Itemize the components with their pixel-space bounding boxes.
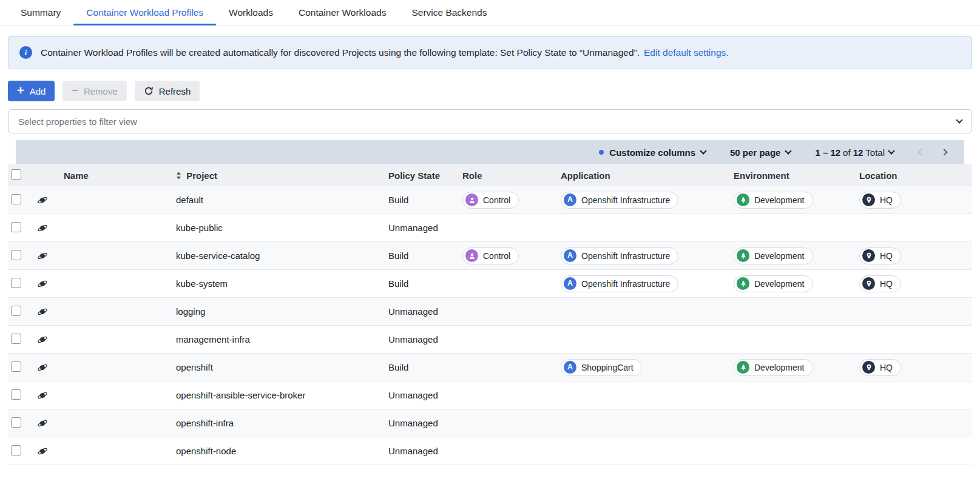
container-profile-icon bbox=[37, 334, 64, 345]
column-header-role[interactable]: Role bbox=[462, 170, 561, 181]
table-row[interactable]: kube-service-catalog Build Control A Ope… bbox=[8, 242, 972, 270]
cell-project: default bbox=[176, 195, 388, 205]
container-profile-icon bbox=[37, 418, 64, 429]
cell-policy-state: Unmanaged bbox=[388, 306, 462, 317]
tab-bar: Summary Container Workload Profiles Work… bbox=[0, 0, 980, 25]
cell-location: HQ bbox=[859, 192, 972, 209]
prev-page-button[interactable] bbox=[914, 146, 928, 159]
chevron-left-icon bbox=[917, 149, 924, 155]
select-all-checkbox[interactable] bbox=[11, 169, 21, 180]
column-header-policy-state[interactable]: Policy State bbox=[388, 170, 462, 181]
cell-policy-state: Unmanaged bbox=[388, 446, 462, 456]
table-body: default Build Control A Openshift Infras… bbox=[8, 186, 972, 465]
table-row[interactable]: kube-public Unmanaged bbox=[8, 214, 972, 242]
tab-summary[interactable]: Summary bbox=[8, 0, 73, 25]
refresh-icon bbox=[144, 86, 154, 96]
cell-policy-state: Build bbox=[388, 250, 462, 261]
remove-button[interactable]: − Remove bbox=[63, 81, 126, 101]
add-button[interactable]: + Add bbox=[8, 81, 55, 101]
table-row[interactable]: kube-system Build A Openshift Infrastruc… bbox=[8, 270, 972, 298]
column-header-location[interactable]: Location bbox=[859, 170, 972, 181]
tab-container-workload-profiles[interactable]: Container Workload Profiles bbox=[73, 0, 216, 25]
per-page-select[interactable]: 50 per page bbox=[730, 147, 791, 158]
minus-icon: − bbox=[72, 85, 78, 96]
table-row[interactable]: openshift-node Unmanaged bbox=[8, 437, 972, 465]
table-row[interactable]: openshift-infra Unmanaged bbox=[8, 409, 972, 437]
pagination-info[interactable]: 1 – 12 of 12 Total bbox=[815, 147, 896, 158]
cell-policy-state: Unmanaged bbox=[388, 334, 462, 345]
chevron-down-icon bbox=[700, 147, 706, 154]
next-page-button[interactable] bbox=[938, 146, 951, 159]
edit-default-settings-link[interactable]: Edit default settings. bbox=[644, 47, 729, 58]
cell-project: kube-public bbox=[176, 223, 388, 233]
row-checkbox[interactable] bbox=[11, 278, 21, 288]
location-badge[interactable]: HQ bbox=[859, 192, 901, 209]
container-profile-icon bbox=[37, 390, 64, 401]
cell-project: openshift-ansible-service-broker bbox=[176, 390, 388, 400]
tree-icon bbox=[737, 193, 749, 206]
filter-bar[interactable] bbox=[8, 109, 972, 133]
location-pin-icon bbox=[862, 193, 875, 206]
row-checkbox[interactable] bbox=[11, 445, 21, 455]
cell-project: management-infra bbox=[176, 334, 388, 345]
tab-workloads[interactable]: Workloads bbox=[216, 0, 286, 25]
application-badge[interactable]: A Openshift Infrastructure bbox=[561, 275, 678, 292]
role-badge[interactable]: Control bbox=[462, 192, 519, 209]
table-row[interactable]: management-infra Unmanaged bbox=[8, 326, 972, 354]
location-badge[interactable]: HQ bbox=[859, 275, 901, 292]
row-checkbox[interactable] bbox=[11, 389, 21, 400]
environment-badge[interactable]: Development bbox=[734, 359, 813, 376]
row-checkbox[interactable] bbox=[11, 417, 21, 428]
info-icon: i bbox=[19, 46, 32, 59]
location-pin-icon bbox=[862, 277, 875, 290]
chevron-down-icon[interactable] bbox=[956, 116, 962, 123]
tab-container-workloads[interactable]: Container Workloads bbox=[286, 0, 399, 25]
add-button-label: Add bbox=[30, 86, 46, 96]
tab-service-backends[interactable]: Service Backends bbox=[399, 0, 499, 25]
application-badge[interactable]: A Openshift Infrastructure bbox=[561, 192, 678, 209]
application-a-icon: A bbox=[564, 193, 576, 206]
remove-button-label: Remove bbox=[84, 86, 118, 96]
cell-policy-state: Build bbox=[388, 362, 462, 372]
location-pin-icon bbox=[862, 361, 875, 374]
row-checkbox[interactable] bbox=[11, 361, 21, 372]
refresh-button[interactable]: Refresh bbox=[135, 81, 200, 101]
row-checkbox[interactable] bbox=[11, 306, 21, 316]
environment-badge[interactable]: Development bbox=[734, 247, 813, 264]
row-checkbox[interactable] bbox=[11, 250, 21, 260]
refresh-button-label: Refresh bbox=[159, 86, 191, 96]
chevron-right-icon bbox=[941, 149, 947, 155]
location-badge[interactable]: HQ bbox=[859, 247, 901, 264]
container-profile-icon bbox=[37, 223, 64, 234]
customize-columns-button[interactable]: Customize columns bbox=[599, 147, 706, 158]
column-header-application[interactable]: Application bbox=[561, 170, 734, 181]
column-header-environment[interactable]: Environment bbox=[734, 170, 859, 181]
column-header-project[interactable]: Project bbox=[176, 170, 388, 181]
table-row[interactable]: openshift-ansible-service-broker Unmanag… bbox=[8, 381, 972, 409]
environment-badge[interactable]: Development bbox=[734, 192, 813, 209]
location-badge[interactable]: HQ bbox=[859, 359, 901, 376]
column-header-name[interactable]: Name bbox=[64, 170, 176, 181]
cell-policy-state: Unmanaged bbox=[388, 223, 462, 233]
table-row[interactable]: openshift Build A ShoppingCart De bbox=[8, 354, 972, 381]
cell-policy-state: Unmanaged bbox=[388, 390, 462, 400]
application-badge[interactable]: A Openshift Infrastructure bbox=[561, 247, 678, 264]
table-row[interactable]: logging Unmanaged bbox=[8, 298, 972, 326]
cell-application: A Openshift Infrastructure bbox=[561, 247, 734, 264]
row-checkbox[interactable] bbox=[11, 334, 21, 344]
cell-policy-state: Build bbox=[388, 195, 462, 205]
chevron-down-icon bbox=[785, 147, 792, 154]
filter-input[interactable] bbox=[18, 116, 951, 127]
table-row[interactable]: default Build Control A Openshift Infras… bbox=[8, 186, 972, 214]
row-checkbox[interactable] bbox=[11, 222, 21, 232]
environment-badge[interactable]: Development bbox=[734, 275, 813, 292]
role-badge[interactable]: Control bbox=[462, 247, 519, 264]
cell-project: openshift-node bbox=[176, 446, 388, 456]
table-controls-bar: Customize columns 50 per page 1 – 12 of … bbox=[16, 140, 964, 164]
row-checkbox[interactable] bbox=[11, 194, 21, 204]
info-banner: i Container Workload Profiles will be cr… bbox=[8, 36, 972, 69]
banner-text: Container Workload Profiles will be crea… bbox=[41, 47, 640, 58]
active-dot-icon bbox=[599, 150, 604, 155]
cell-role: Control bbox=[462, 192, 561, 209]
application-badge[interactable]: A ShoppingCart bbox=[561, 359, 642, 376]
